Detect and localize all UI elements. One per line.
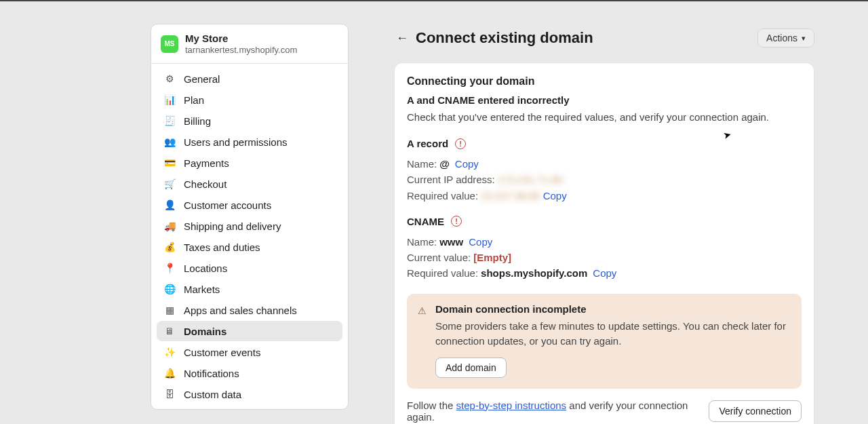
data-icon: 🗄	[163, 388, 176, 400]
receipt-icon: 🧾	[163, 115, 176, 127]
cname-required-label: Required value:	[407, 265, 478, 281]
nav-payments[interactable]: 💳Payments	[157, 153, 342, 173]
card-title: Connecting your domain	[407, 75, 802, 88]
domain-card: Connecting your domain A and CNAME enter…	[394, 62, 814, 424]
page-title: Connect existing domain	[416, 29, 757, 47]
main-content: ← Connect existing domain Actions ▾ Conn…	[394, 28, 814, 424]
events-icon: ✨	[163, 346, 176, 358]
nav-label: Customer accounts	[184, 199, 271, 211]
chart-icon: 📊	[163, 94, 176, 106]
store-domain: tarnankertest.myshopify.com	[185, 45, 297, 55]
nav-customer-events[interactable]: ✨Customer events	[157, 342, 342, 362]
nav-general[interactable]: ⚙General	[157, 69, 342, 89]
warning-icon: ⚠	[418, 305, 429, 316]
globe-icon: 🌐	[163, 283, 176, 295]
card-footer: Follow the step-by-step instructions and…	[407, 400, 802, 423]
truck-icon: 🚚	[163, 220, 176, 232]
apps-icon: ▦	[163, 304, 176, 316]
nav-label: Domains	[184, 326, 226, 337]
nav-plan[interactable]: 📊Plan	[157, 90, 342, 110]
a-record-heading: A record !	[407, 138, 802, 149]
nav-notifications[interactable]: 🔔Notifications	[157, 363, 342, 383]
person-icon: 👤	[163, 199, 176, 211]
settings-sidebar: MS My Store tarnankertest.myshopify.com …	[151, 24, 349, 410]
nav-label: Users and permissions	[184, 136, 288, 148]
add-domain-button[interactable]: Add domain	[435, 358, 507, 378]
cname-current-label: Current value:	[407, 250, 471, 265]
nav-label: Shipping and delivery	[184, 220, 281, 232]
nav-custom-data[interactable]: 🗄Custom data	[157, 384, 342, 404]
nav-label: Custom data	[184, 389, 241, 400]
a-name-label: Name:	[407, 156, 437, 172]
footer-text: Follow the step-by-step instructions and…	[407, 400, 709, 423]
a-record-label: A record	[407, 138, 448, 149]
alert-body: Some providers take a few minutes to upd…	[435, 319, 791, 349]
nav-label: Customer events	[184, 347, 260, 358]
card-subtitle: A and CNAME entered incorrectly	[407, 94, 802, 106]
cname-required-value: shops.myshopify.com	[481, 265, 587, 281]
nav-label: Plan	[184, 94, 204, 106]
copy-cname-required[interactable]: Copy	[593, 265, 616, 281]
chevron-down-icon: ▾	[802, 34, 806, 43]
nav-label: Markets	[184, 284, 220, 295]
cname-name-label: Name:	[407, 234, 437, 250]
nav-label: Billing	[184, 115, 211, 127]
store-header[interactable]: MS My Store tarnankertest.myshopify.com	[151, 24, 348, 64]
cname-label: CNAME	[407, 216, 444, 227]
incomplete-alert: ⚠ Domain connection incomplete Some prov…	[407, 294, 802, 389]
a-name-value: @	[439, 156, 450, 172]
copy-a-name[interactable]: Copy	[455, 156, 479, 172]
store-avatar: MS	[161, 35, 178, 53]
gear-icon: ⚙	[163, 73, 176, 85]
copy-cname-name[interactable]: Copy	[469, 234, 492, 250]
instructions-link[interactable]: step-by-step instructions	[456, 400, 567, 411]
users-icon: 👥	[163, 136, 176, 148]
card-icon: 💳	[163, 157, 176, 169]
footer-prefix: Follow the	[407, 400, 456, 411]
nav-label: Payments	[184, 157, 229, 169]
nav-users[interactable]: 👥Users and permissions	[157, 132, 342, 152]
nav-label: Apps and sales channels	[184, 305, 297, 316]
a-current-label: Current IP address:	[407, 172, 495, 187]
back-button[interactable]: ←	[394, 30, 410, 46]
domain-icon: 🖥	[163, 325, 176, 337]
nav-label: Locations	[184, 263, 227, 274]
cname-name-value: www	[439, 234, 463, 250]
nav-markets[interactable]: 🌐Markets	[157, 279, 342, 299]
nav-label: Notifications	[184, 368, 239, 379]
settings-nav: ⚙General 📊Plan 🧾Billing 👥Users and permi…	[151, 64, 348, 409]
bell-icon: 🔔	[163, 367, 176, 379]
nav-shipping[interactable]: 🚚Shipping and delivery	[157, 216, 342, 236]
cname-block: Name: www Copy Current value: [Empty] Re…	[407, 234, 802, 282]
nav-locations[interactable]: 📍Locations	[157, 258, 342, 278]
a-required-value: 23.227.38.65	[481, 188, 540, 204]
a-current-value: 173.231.71.80	[498, 172, 563, 187]
a-required-label: Required value:	[407, 188, 478, 204]
a-record-block: Name: @ Copy Current IP address: 173.231…	[407, 156, 802, 204]
copy-a-required[interactable]: Copy	[543, 188, 567, 204]
nav-billing[interactable]: 🧾Billing	[157, 111, 342, 131]
nav-label: Taxes and duties	[184, 242, 260, 253]
error-icon: !	[451, 216, 462, 227]
nav-label: Checkout	[184, 178, 226, 190]
verify-connection-button[interactable]: Verify connection	[709, 400, 802, 422]
error-icon: !	[455, 138, 466, 149]
nav-label: General	[184, 73, 220, 85]
alert-title: Domain connection incomplete	[435, 303, 587, 315]
pin-icon: 📍	[163, 262, 176, 274]
cname-current-value: [Empty]	[473, 250, 511, 265]
nav-taxes[interactable]: 💰Taxes and duties	[157, 237, 342, 257]
actions-label: Actions	[766, 33, 797, 43]
nav-customer-accounts[interactable]: 👤Customer accounts	[157, 195, 342, 215]
actions-button[interactable]: Actions ▾	[757, 28, 814, 47]
nav-checkout[interactable]: 🛒Checkout	[157, 174, 342, 194]
nav-apps[interactable]: ▦Apps and sales channels	[157, 300, 342, 320]
tax-icon: 💰	[163, 241, 176, 253]
nav-domains[interactable]: 🖥Domains	[157, 321, 342, 341]
card-description: Check that you've entered the required v…	[407, 111, 802, 123]
page-header: ← Connect existing domain Actions ▾	[394, 28, 814, 47]
cname-heading: CNAME !	[407, 216, 802, 227]
store-name: My Store	[185, 33, 297, 44]
cart-icon: 🛒	[163, 178, 176, 190]
